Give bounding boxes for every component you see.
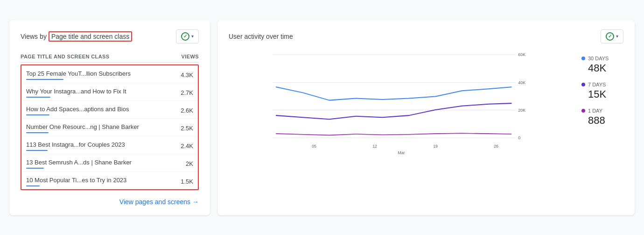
row-title: 10 Most Popular Ti...es to Try in 2023 (26, 177, 126, 184)
views-by-page-card: Views by Page title and screen class ▾ P… (9, 20, 210, 215)
svg-text:40K: 40K (518, 80, 525, 85)
row-bar (26, 97, 50, 98)
table-row: Why Your Instagra...and How to Fix It 2.… (21, 83, 198, 101)
svg-text:Mar: Mar (398, 150, 405, 155)
row-content: 13 Best Semrush A...ds | Shane Barker (26, 159, 132, 169)
chart-svg: 60K 40K 20K 0 05 12 19 26 Mar (229, 51, 574, 172)
title-prefix: Views (21, 33, 38, 40)
check-icon-right (606, 32, 614, 41)
row-title: Number One Resourc...ng | Shane Barker (26, 123, 139, 130)
row-value: 2.7K (181, 89, 193, 96)
row-title: 13 Best Semrush A...ds | Shane Barker (26, 159, 132, 166)
svg-text:20K: 20K (518, 108, 525, 113)
table-row: Top 25 Female YouT...llion Subscribers 4… (21, 65, 198, 83)
legend-dot (581, 109, 585, 113)
table-row: How to Add Spaces...aptions and Bios 2.6… (21, 101, 198, 119)
row-title: How to Add Spaces...aptions and Bios (26, 106, 129, 113)
row-content: How to Add Spaces...aptions and Bios (26, 106, 129, 115)
chart-legend: 30 DAYS 48K 7 DAYS 15K 1 DAY 888 (581, 51, 623, 206)
legend-period: 7 DAYS (588, 82, 606, 87)
row-content: Number One Resourc...ng | Shane Barker (26, 123, 139, 133)
row-bar (26, 114, 49, 115)
row-bar (26, 132, 49, 133)
view-pages-link[interactable]: View pages and screens → (119, 198, 199, 206)
right-status-button[interactable]: ▾ (601, 29, 623, 43)
svg-text:60K: 60K (518, 52, 525, 57)
legend-period: 30 DAYS (588, 56, 609, 61)
right-card-header: User activity over time ▾ (229, 29, 623, 43)
main-container: Views by Page title and screen class ▾ P… (9, 20, 635, 215)
title-by: by (40, 33, 47, 40)
svg-text:05: 05 (312, 144, 316, 149)
chevron-down-icon: ▾ (191, 34, 194, 39)
row-content: Top 25 Female YouT...llion Subscribers (26, 70, 131, 80)
legend-period: 1 DAY (588, 108, 602, 114)
user-activity-card: User activity over time ▾ 60K 40K 20K (217, 20, 635, 215)
chart-svg-container: 60K 40K 20K 0 05 12 19 26 Mar (229, 51, 574, 206)
svg-text:0: 0 (518, 135, 520, 140)
legend-dot-row: 30 DAYS (581, 56, 623, 61)
row-bar (26, 150, 48, 151)
legend-dot (581, 83, 585, 86)
card-title: Views by Page title and screen class (21, 31, 132, 42)
legend-value: 15K (588, 88, 623, 100)
table-row: 10 Most Popular Ti...es to Try in 2023 1… (21, 172, 198, 189)
table-row: 113 Best Instagra...for Couples 2023 2.4… (21, 136, 198, 154)
col2-header: VIEWS (182, 54, 199, 59)
svg-text:12: 12 (372, 144, 377, 149)
row-value: 2.4K (181, 142, 193, 150)
left-card-header: Views by Page title and screen class ▾ (21, 29, 199, 43)
right-card-title: User activity over time (229, 33, 293, 40)
row-content: 113 Best Instagra...for Couples 2023 (26, 141, 125, 151)
row-value: 2.6K (181, 107, 193, 114)
row-content: Why Your Instagra...and How to Fix It (26, 88, 126, 98)
col1-header: PAGE TITLE AND SCREEN CLASS (21, 54, 109, 59)
row-title: Why Your Instagra...and How to Fix It (26, 88, 126, 95)
legend-item: 7 DAYS 15K (581, 82, 623, 100)
left-status-button[interactable]: ▾ (176, 29, 199, 43)
legend-value: 48K (588, 62, 623, 74)
legend-item: 30 DAYS 48K (581, 56, 623, 74)
row-bar (26, 168, 44, 169)
table-header: PAGE TITLE AND SCREEN CLASS VIEWS (21, 51, 199, 63)
legend-value: 888 (588, 114, 623, 127)
row-title: 113 Best Instagra...for Couples 2023 (26, 141, 125, 148)
row-value: 2K (186, 160, 193, 167)
table-rows: Top 25 Female YouT...llion Subscribers 4… (21, 64, 199, 190)
table-row: Number One Resourc...ng | Shane Barker 2… (21, 119, 198, 136)
chevron-down-icon-right: ▾ (616, 34, 618, 39)
title-highlight: Page title and screen class (49, 31, 132, 42)
row-value: 1.5K (181, 178, 193, 185)
check-icon (181, 32, 189, 41)
row-bar (26, 79, 63, 80)
row-title: Top 25 Female YouT...llion Subscribers (26, 70, 131, 77)
chart-area: 60K 40K 20K 0 05 12 19 26 Mar (229, 51, 623, 206)
row-bar (26, 185, 40, 186)
svg-text:19: 19 (433, 144, 438, 149)
row-content: 10 Most Popular Ti...es to Try in 2023 (26, 177, 126, 186)
svg-text:26: 26 (494, 144, 498, 149)
legend-item: 1 DAY 888 (581, 108, 623, 127)
table-row: 13 Best Semrush A...ds | Shane Barker 2K (21, 154, 198, 172)
row-value: 4.3K (181, 71, 193, 78)
view-link-container: View pages and screens → (21, 190, 199, 206)
row-value: 2.5K (181, 125, 193, 132)
legend-dot-row: 7 DAYS (581, 82, 623, 87)
legend-dot (581, 57, 585, 60)
legend-dot-row: 1 DAY (581, 108, 623, 114)
